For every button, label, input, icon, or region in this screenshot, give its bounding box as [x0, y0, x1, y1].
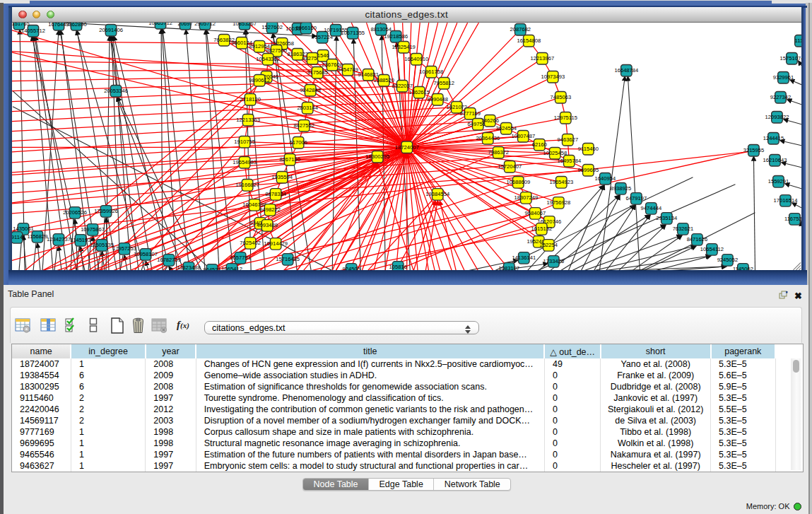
svg-text:105816: 105816	[389, 264, 407, 270]
svg-text:18307249: 18307249	[514, 194, 538, 201]
svg-text:19654983: 19654983	[233, 159, 257, 165]
svg-text:10973493: 10973493	[541, 74, 565, 80]
svg-text:1362615: 1362615	[408, 89, 430, 95]
svg-text:9890612: 9890612	[249, 77, 270, 83]
svg-text:19218586: 19218586	[384, 33, 408, 40]
svg-text:9862890: 9862890	[66, 23, 87, 28]
svg-text:10688609: 10688609	[506, 179, 530, 185]
svg-text:8471626: 8471626	[687, 236, 708, 243]
svg-text:18300295: 18300295	[365, 153, 389, 160]
svg-text:7625402: 7625402	[240, 240, 261, 246]
svg-text:19384554: 19384554	[425, 191, 449, 197]
svg-text:7955812: 7955812	[433, 80, 454, 86]
svg-text:10958107: 10958107	[134, 251, 158, 257]
svg-text:17957253: 17957253	[112, 245, 136, 252]
svg-text:12093822: 12093822	[765, 114, 789, 120]
svg-text:8454749: 8454749	[337, 66, 358, 73]
svg-text:9777169: 9777169	[460, 110, 481, 117]
svg-text:10965712: 10965712	[148, 23, 172, 26]
svg-text:16782759: 16782759	[157, 257, 181, 263]
svg-text:17359926: 17359926	[94, 208, 118, 214]
svg-text:7986372: 7986372	[488, 149, 510, 156]
svg-text:16648784: 16648784	[614, 67, 638, 74]
svg-text:1145193: 1145193	[71, 237, 91, 243]
svg-text:12975115: 12975115	[554, 115, 577, 121]
svg-text:9699695: 9699695	[578, 167, 599, 173]
svg-text:746266: 746266	[481, 117, 499, 124]
svg-text:15716485: 15716485	[276, 256, 300, 262]
svg-text:15751074: 15751074	[780, 55, 801, 62]
svg-text:9115460: 9115460	[578, 146, 599, 152]
svg-text:9329961: 9329961	[773, 74, 794, 81]
svg-text:252254: 252254	[540, 242, 558, 248]
svg-text:3175685: 3175685	[307, 69, 328, 76]
svg-text:1112: 1112	[795, 37, 801, 44]
svg-text:16640910: 16640910	[404, 56, 428, 62]
svg-text:1621072: 1621072	[446, 104, 467, 110]
svg-text:2803144: 2803144	[297, 105, 318, 111]
svg-text:10961758: 10961758	[419, 69, 443, 75]
svg-text:1546: 1546	[317, 52, 329, 59]
svg-text:9684067: 9684067	[525, 210, 546, 216]
svg-text:20364436: 20364436	[476, 135, 500, 141]
svg-text:7357224: 7357224	[312, 34, 333, 40]
svg-text:10671355: 10671355	[341, 30, 365, 36]
svg-text:1156829: 1156829	[28, 233, 48, 240]
svg-text:62160: 62160	[532, 141, 547, 148]
svg-text:1640954: 1640954	[595, 175, 616, 182]
svg-text:10975867: 10975867	[81, 226, 105, 233]
svg-text:9463627: 9463627	[558, 136, 579, 143]
svg-text:12213363: 12213363	[236, 117, 260, 123]
svg-text:11325419: 11325419	[392, 44, 416, 50]
svg-text:8878334: 8878334	[265, 191, 286, 197]
svg-text:1559291: 1559291	[768, 178, 789, 185]
svg-text:20206526: 20206526	[63, 209, 87, 216]
svg-text:2935134: 2935134	[657, 215, 678, 221]
svg-text:8267130: 8267130	[279, 156, 300, 163]
svg-text:10543362: 10543362	[256, 56, 280, 62]
svg-text:12342737: 12342737	[47, 236, 71, 243]
svg-text:9498222: 9498222	[259, 206, 281, 213]
svg-text:16154808: 16154808	[517, 37, 541, 44]
svg-text:12213967: 12213967	[530, 55, 554, 62]
svg-text:7485063: 7485063	[551, 94, 572, 100]
svg-text:2905712: 2905712	[194, 23, 216, 27]
svg-text:20053346: 20053346	[104, 88, 128, 94]
svg-text:617006: 617006	[290, 139, 307, 146]
svg-text:10807487: 10807487	[511, 133, 535, 139]
svg-text:8813054: 8813054	[370, 26, 392, 33]
svg-text:9245052: 9245052	[717, 257, 739, 263]
svg-text:14055712: 14055712	[21, 28, 45, 34]
svg-text:19166827: 19166827	[235, 182, 259, 188]
svg-text:1167534: 1167534	[784, 216, 801, 222]
svg-text:7632621: 7632621	[673, 226, 694, 232]
svg-text:19654923: 19654923	[549, 179, 573, 185]
svg-text:9474444: 9474444	[641, 205, 662, 211]
svg-text:6479197: 6479197	[626, 195, 647, 201]
svg-text:1527602: 1527602	[261, 24, 283, 30]
svg-text:2718120: 2718120	[240, 96, 261, 103]
svg-text:16495784: 16495784	[557, 158, 581, 164]
svg-text:12505135: 12505135	[90, 242, 114, 248]
svg-text:3624554: 3624554	[496, 125, 517, 132]
svg-text:17016514: 17016514	[774, 197, 798, 204]
svg-text:19756928: 19756928	[546, 199, 570, 206]
svg-text:4093489: 4093489	[257, 222, 278, 228]
svg-text:6966160: 6966160	[295, 25, 317, 31]
svg-text:8938925: 8938925	[611, 185, 632, 192]
svg-text:1244415: 1244415	[763, 135, 784, 141]
svg-text:2087682: 2087682	[510, 26, 531, 33]
svg-text:8322037: 8322037	[392, 83, 413, 89]
svg-text:9657791: 9657791	[230, 255, 251, 261]
svg-text:10025458: 10025458	[543, 150, 567, 156]
svg-text:18724007: 18724007	[395, 144, 419, 150]
svg-text:16914479: 16914479	[264, 240, 288, 247]
svg-text:8427552: 8427552	[293, 122, 314, 129]
svg-text:14136141: 14136141	[512, 255, 536, 261]
svg-text:1910755: 1910755	[234, 139, 255, 145]
svg-text:10853267: 10853267	[233, 23, 257, 27]
svg-text:9151765: 9151765	[12, 23, 30, 27]
svg-text:391141: 391141	[12, 234, 25, 240]
svg-text:1935594: 1935594	[271, 174, 293, 180]
svg-text:20697: 20697	[178, 23, 193, 27]
